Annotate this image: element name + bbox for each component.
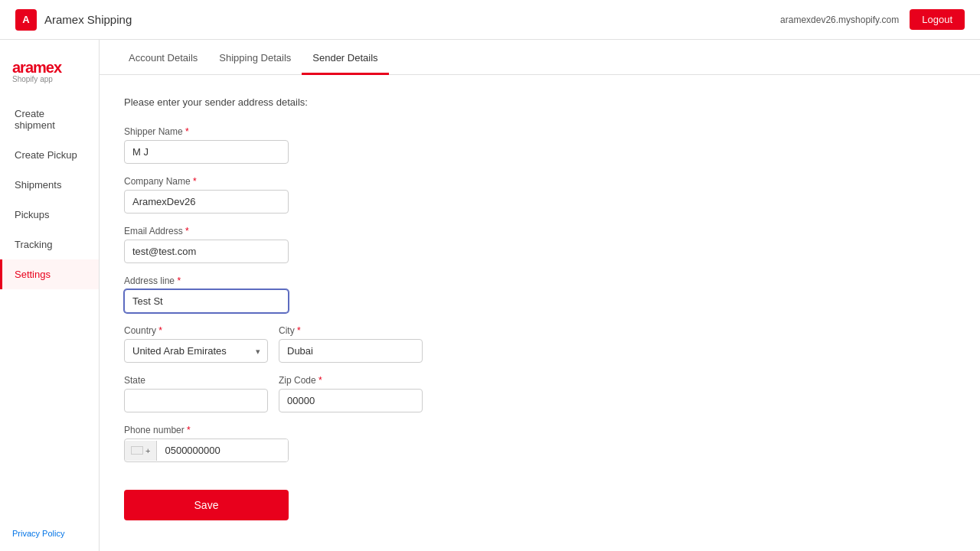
aramex-brand: aramex <box>12 60 61 75</box>
topbar-left: A Aramex Shipping <box>15 9 132 31</box>
shipper-name-input[interactable] <box>124 140 289 164</box>
phone-input-group: + <box>124 439 289 462</box>
privacy-policy-link[interactable]: Privacy Policy <box>12 529 64 538</box>
sidebar-item-create-pickup[interactable]: Create Pickup <box>0 140 99 170</box>
phone-label: Phone number * <box>124 425 956 435</box>
sidebar-item-tracking[interactable]: Tracking <box>0 230 99 259</box>
sidebar-footer: Privacy Policy <box>0 515 99 551</box>
phone-number-input[interactable] <box>157 439 289 461</box>
sidebar-nav: Create shipment Create Pickup Shipments … <box>0 99 99 515</box>
zip-code-group: Zip Code * <box>279 375 423 412</box>
form-intro: Please enter your sender address details… <box>124 96 956 108</box>
city-label: City * <box>279 325 423 336</box>
country-select[interactable]: United Arab Emirates Saudi Arabia Egypt … <box>124 339 268 363</box>
email-address-group: Email Address * <box>124 226 956 263</box>
country-city-row: Country * United Arab Emirates Saudi Ara… <box>124 325 423 363</box>
state-group: State <box>124 375 268 412</box>
sidebar-item-create-shipment[interactable]: Create shipment <box>0 99 99 140</box>
shopify-app-label: Shopify app <box>12 75 53 83</box>
zip-code-label: Zip Code * <box>279 375 423 386</box>
sender-details-form: Please enter your sender address details… <box>100 75 980 542</box>
save-button[interactable]: Save <box>124 490 289 520</box>
shipper-name-group: Shipper Name * <box>124 126 956 164</box>
sidebar-item-pickups[interactable]: Pickups <box>0 200 99 230</box>
address-line-group: Address line * <box>124 276 956 313</box>
logout-button[interactable]: Logout <box>910 9 965 30</box>
sidebar-logo: aramex Shopify app <box>0 52 99 99</box>
address-line-label: Address line * <box>124 276 956 286</box>
tab-shipping-details[interactable]: Shipping Details <box>208 40 302 75</box>
phone-flag-selector[interactable]: + <box>125 441 157 461</box>
email-label: Email Address * <box>124 226 956 236</box>
city-input[interactable] <box>279 339 423 363</box>
tab-account-details[interactable]: Account Details <box>118 40 208 75</box>
address-line-input[interactable] <box>124 289 289 313</box>
state-input[interactable] <box>124 389 268 412</box>
user-email: aramexdev26.myshopify.com <box>780 15 899 25</box>
phone-group-container: Phone number * + <box>124 425 956 462</box>
topbar-right: aramexdev26.myshopify.com Logout <box>780 9 965 30</box>
company-name-group: Company Name * <box>124 176 956 214</box>
tabs: Account Details Shipping Details Sender … <box>100 40 980 75</box>
state-label: State <box>124 375 268 386</box>
state-zip-row: State Zip Code * <box>124 375 423 412</box>
email-input[interactable] <box>124 240 289 263</box>
main-content: Account Details Shipping Details Sender … <box>100 40 980 551</box>
topbar: A Aramex Shipping aramexdev26.myshopify.… <box>0 0 980 40</box>
city-group: City * <box>279 325 423 363</box>
sidebar: aramex Shopify app Create shipment Creat… <box>0 40 100 551</box>
flag-icon <box>131 446 143 455</box>
sidebar-item-shipments[interactable]: Shipments <box>0 170 99 200</box>
shipper-name-label: Shipper Name * <box>124 126 956 137</box>
country-label: Country * <box>124 325 268 336</box>
sidebar-item-settings[interactable]: Settings <box>0 259 99 289</box>
layout: aramex Shopify app Create shipment Creat… <box>0 0 980 551</box>
country-select-wrapper: United Arab Emirates Saudi Arabia Egypt … <box>124 339 268 363</box>
company-name-input[interactable] <box>124 190 289 214</box>
app-title: Aramex Shipping <box>44 13 132 26</box>
phone-code: + <box>145 446 150 455</box>
company-name-label: Company Name * <box>124 176 956 187</box>
country-group: Country * United Arab Emirates Saudi Ara… <box>124 325 268 363</box>
zip-code-input[interactable] <box>279 389 423 412</box>
tab-sender-details[interactable]: Sender Details <box>302 40 388 75</box>
aramex-logo-icon: A <box>15 9 37 31</box>
